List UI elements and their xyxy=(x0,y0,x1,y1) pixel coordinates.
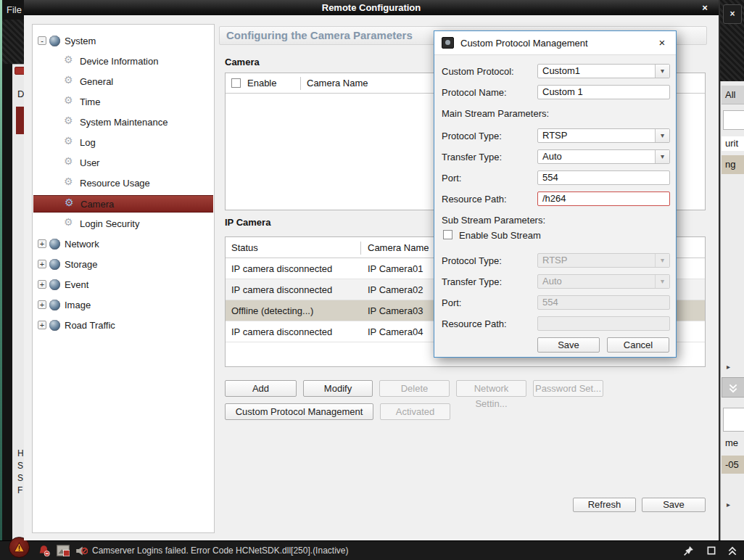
tree-item-label: System Maintenance xyxy=(80,117,168,128)
scroll-right-icon[interactable]: ▸ xyxy=(727,363,730,371)
main-port-input[interactable]: 554 xyxy=(537,170,670,185)
activated-button[interactable]: Activated xyxy=(380,403,450,420)
tree-item-storage[interactable]: + Storage xyxy=(33,256,214,273)
tree-item-network[interactable]: + Network xyxy=(33,236,214,253)
main-protocol-type-select[interactable]: RTSP ▾ xyxy=(537,128,670,143)
enable-sub-stream-checkbox[interactable] xyxy=(443,230,452,239)
selected-value: Auto xyxy=(542,276,562,287)
dialog-close-icon[interactable]: × xyxy=(656,36,669,49)
collapse-icon[interactable]: - xyxy=(38,36,46,45)
partial-input-field[interactable] xyxy=(723,110,744,130)
tree-item-resource-usage[interactable]: ⚙ Resource Usage xyxy=(33,175,214,192)
partial-text-d: D xyxy=(17,88,24,99)
enable-checkbox[interactable] xyxy=(231,78,241,88)
network-settings-button[interactable]: Network Settin... xyxy=(456,380,526,397)
dialog-save-button[interactable]: Save xyxy=(537,337,600,353)
expand-icon[interactable]: + xyxy=(38,239,46,248)
main-protocol-type-label: Protocol Type: xyxy=(442,131,502,141)
add-button[interactable]: Add xyxy=(225,380,297,397)
sub-protocol-type-label: Protocol Type: xyxy=(442,255,502,266)
modify-button[interactable]: Modify xyxy=(303,380,373,397)
refresh-button[interactable]: Refresh xyxy=(573,498,636,512)
camera-name-column-label: Camera Name xyxy=(368,242,429,253)
gear-icon: ⚙ xyxy=(64,135,75,151)
tree-item-system[interactable]: - System xyxy=(33,33,214,50)
alarm-event-icon[interactable] xyxy=(38,545,50,557)
custom-protocol-select[interactable]: Custom1 ▾ xyxy=(537,64,670,78)
sub-transfer-type-select: Auto ▾ xyxy=(537,274,670,289)
gear-icon: ⚙ xyxy=(64,115,75,131)
enable-column-label: Enable xyxy=(247,78,276,88)
sub-port-input: 554 xyxy=(537,295,670,310)
category-globe-icon xyxy=(49,259,60,270)
column-divider xyxy=(300,77,301,90)
tree-item-label: System xyxy=(65,36,96,46)
tree-item-image[interactable]: + Image xyxy=(33,297,214,314)
audio-muted-icon[interactable] xyxy=(75,545,88,557)
partial-selected-item xyxy=(16,107,24,134)
tree-item-general[interactable]: ⚙ General xyxy=(33,73,214,91)
chevron-down-icon[interactable]: ▾ xyxy=(655,150,669,163)
tree-item-log[interactable]: ⚙ Log xyxy=(33,134,214,152)
tree-item-road-traffic[interactable]: + Road Traffic xyxy=(33,317,214,334)
chevron-down-icon: ▾ xyxy=(655,254,669,267)
tree-item-time[interactable]: ⚙ Time xyxy=(33,94,214,111)
custom-protocol-dialog: Custom Protocol Management × Custom Prot… xyxy=(434,30,677,358)
expand-icon[interactable]: + xyxy=(38,321,46,329)
sub-transfer-type-label: Transfer Type: xyxy=(442,276,502,287)
expand-icon[interactable]: + xyxy=(38,260,46,268)
partial-text-me: me xyxy=(722,435,744,450)
screen: File D H S S F × All urit ng ▸ me -05 ▸ xyxy=(0,0,744,560)
gear-icon: ⚙ xyxy=(64,54,75,70)
tree-item-user[interactable]: ⚙ User xyxy=(33,155,214,172)
gear-icon: ⚙ xyxy=(64,155,75,171)
main-transfer-type-select[interactable]: Auto ▾ xyxy=(537,149,670,164)
main-resource-path-label: Resource Path: xyxy=(442,194,507,205)
selected-value: RTSP xyxy=(542,255,567,265)
tree-item-label: Road Traffic xyxy=(65,320,115,331)
delete-button[interactable]: Delete xyxy=(379,380,450,397)
category-globe-icon xyxy=(49,279,60,290)
selected-value: RTSP xyxy=(542,130,567,141)
expand-down-button[interactable] xyxy=(722,377,744,398)
status-cell: IP camera disconnected xyxy=(231,284,332,295)
event-image-icon[interactable] xyxy=(57,545,70,556)
restore-window-icon[interactable] xyxy=(706,545,716,556)
dialog-titlebar[interactable]: Custom Protocol Management × xyxy=(434,31,676,55)
scroll-right-icon[interactable]: ▸ xyxy=(727,501,730,508)
password-settings-button[interactable]: Password Set... xyxy=(533,380,603,397)
protocol-name-input[interactable]: Custom 1 xyxy=(537,85,670,99)
chevron-down-icon[interactable]: ▾ xyxy=(655,65,669,78)
main-resource-path-input[interactable]: /h264 xyxy=(537,192,670,206)
expand-icon[interactable]: + xyxy=(38,280,46,289)
category-globe-icon xyxy=(49,300,60,310)
tree-item-label: Storage xyxy=(65,259,98,270)
tree-item-camera[interactable]: ⚙ Camera xyxy=(33,195,213,213)
status-cell: Offline (detecting...) xyxy=(231,305,313,316)
dialog-cancel-button[interactable]: Cancel xyxy=(607,337,669,353)
notification-badge-icon xyxy=(15,67,24,75)
window-close-icon[interactable]: × xyxy=(698,0,711,15)
save-button[interactable]: Save xyxy=(642,498,706,512)
sub-port-label: Port: xyxy=(442,297,461,308)
ip-camera-section-title: IP Camera xyxy=(225,217,270,228)
tree-item-label: Event xyxy=(65,279,88,290)
tree-item-login-security[interactable]: ⚙ Login Security xyxy=(33,215,214,233)
pin-icon[interactable] xyxy=(683,545,694,556)
window-titlebar[interactable]: Remote Configuration × xyxy=(24,0,719,15)
partial-text-ng: ng xyxy=(722,155,744,174)
main-stream-section-label: Main Stream Parameters: xyxy=(442,108,549,119)
chevron-down-icon[interactable]: ▾ xyxy=(655,129,669,142)
expand-icon[interactable]: + xyxy=(38,300,46,309)
collapse-up-icon[interactable] xyxy=(727,545,737,556)
custom-protocol-management-button[interactable]: Custom Protocol Management xyxy=(225,403,373,420)
status-cell: IP camera disconnected xyxy=(231,326,332,337)
tree-item-device-information[interactable]: ⚙ Device Information xyxy=(33,53,214,70)
tree-item-system-maintenance[interactable]: ⚙ System Maintenance xyxy=(33,114,214,131)
background-window-close-icon[interactable]: × xyxy=(723,4,742,24)
partial-all-filter[interactable]: All xyxy=(722,86,744,104)
tree-item-label: Time xyxy=(80,96,100,107)
status-cell: IP camera disconnected xyxy=(231,263,332,274)
file-menu[interactable]: File xyxy=(2,0,26,20)
tree-item-event[interactable]: + Event xyxy=(33,276,214,294)
